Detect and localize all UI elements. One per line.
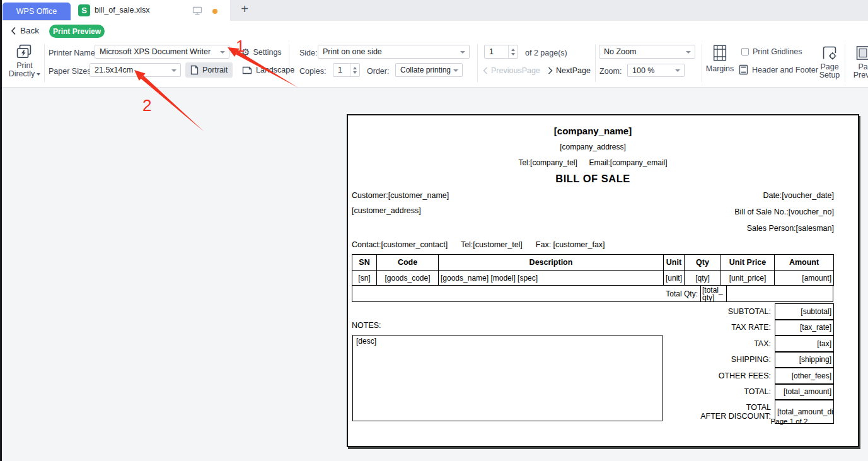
order-select[interactable]: Collate printing bbox=[395, 63, 463, 77]
settings-button[interactable]: ⚙ Settings bbox=[241, 47, 282, 58]
header-footer-icon bbox=[739, 64, 748, 75]
back-label: Back bbox=[20, 26, 39, 35]
print-preview-label: Print Preview bbox=[53, 27, 101, 36]
annotation-number-2: 2 bbox=[142, 96, 151, 115]
portrait-button[interactable]: Portrait bbox=[185, 62, 233, 78]
customer-tel: Tel:[customer_tel] bbox=[461, 240, 523, 249]
subtotal-row: SUBTOTAL: [subtotal] bbox=[566, 303, 834, 320]
app-tab-label: WPS Office bbox=[16, 7, 57, 16]
zoom-label: Zoom: bbox=[599, 67, 622, 76]
printer-name-select[interactable]: Microsoft XPS Document Writer bbox=[95, 45, 229, 59]
totals-section: SUBTOTAL: [subtotal] TAX RATE: [tax_rate… bbox=[566, 303, 834, 424]
page-setup-button[interactable]: Page Setup bbox=[814, 63, 845, 79]
chevron-right-icon bbox=[548, 67, 553, 74]
voucher-number: Bill of Sale No.:[voucher_no] bbox=[352, 207, 834, 216]
new-tab-button[interactable]: + bbox=[238, 2, 252, 16]
landscape-button[interactable]: Landscape bbox=[237, 62, 299, 78]
margins-icon bbox=[712, 44, 727, 62]
side-label: Side: bbox=[299, 49, 318, 57]
spreadsheet-logo-icon: S bbox=[78, 4, 90, 16]
print-directly-icon bbox=[16, 44, 32, 60]
notes-value: [desc] bbox=[356, 337, 376, 346]
back-chevron-icon bbox=[11, 26, 16, 35]
items-table-header-row: SN Code Description Unit Qty Unit Price … bbox=[352, 255, 834, 271]
contact-line: Contact:[customer_contact] Tel:[customer… bbox=[352, 240, 605, 249]
gear-icon: ⚙ bbox=[241, 47, 250, 58]
company-tel: Tel:[company_tel] bbox=[518, 158, 577, 167]
document-tab-title: bill_of_sale.xlsx bbox=[95, 6, 150, 15]
back-button[interactable]: Back bbox=[11, 26, 39, 35]
print-preview-badge[interactable]: Print Preview bbox=[49, 25, 105, 38]
tab-strip-empty-area: + bbox=[230, 0, 868, 21]
stepper-arrows-icon[interactable] bbox=[350, 64, 359, 76]
page-setup-icon bbox=[821, 45, 838, 61]
unsaved-changes-dot bbox=[212, 9, 217, 14]
print-preview-page: [company_name] [company_address] Tel:[co… bbox=[347, 114, 859, 447]
page-preview-icon bbox=[855, 45, 868, 61]
copies-label: Copies: bbox=[299, 67, 326, 76]
total-row: TOTAL: [total_amount] bbox=[566, 384, 834, 400]
notes-label: NOTES: bbox=[352, 321, 381, 330]
paper-sizes-label: Paper Sizes: bbox=[49, 67, 93, 76]
items-table: SN Code Description Unit Qty Unit Price … bbox=[352, 254, 834, 286]
company-name: [company_name] bbox=[352, 125, 834, 136]
customer-fax: Fax: [customer_fax] bbox=[536, 240, 605, 249]
eye-protection-monitor-icon[interactable] bbox=[192, 6, 203, 15]
copies-stepper[interactable]: 1 bbox=[333, 63, 360, 77]
nav-row: Back Print Preview bbox=[0, 21, 868, 39]
company-email: Email:[company_email] bbox=[589, 158, 668, 167]
previous-page-button[interactable]: PreviousPage bbox=[483, 66, 540, 75]
page-preview-button[interactable]: Page Preview bbox=[849, 63, 868, 79]
total-qty-value: [total_qty] bbox=[701, 286, 727, 301]
customer-contact: Contact:[customer_contact] bbox=[352, 240, 448, 249]
zoom-mode-select[interactable]: No Zoom bbox=[599, 45, 695, 59]
landscape-page-icon bbox=[242, 66, 252, 74]
document-title: BILL OF SALE bbox=[352, 173, 834, 185]
items-table-data-row: [sn] [goods_code] [goods_name] [model] [… bbox=[352, 271, 834, 286]
sales-person: Sales Person:[salesman] bbox=[352, 224, 834, 233]
company-address: [company_address] bbox=[352, 143, 834, 151]
tab-document[interactable]: S bill_of_sale.xlsx bbox=[71, 0, 230, 21]
tab-wps-office[interactable]: WPS Office bbox=[3, 3, 71, 20]
tax-row: TAX: [tax] bbox=[566, 336, 834, 352]
shipping-row: SHIPPING: [shipping] bbox=[566, 352, 834, 368]
paper-sizes-select[interactable]: 21.5x14cm bbox=[90, 63, 181, 77]
total-after-discount-row: TOTAL AFTER DISCOUNT: [total_amount_dis] bbox=[566, 400, 834, 424]
window-left-edge bbox=[0, 0, 2, 461]
print-gridlines-toggle[interactable]: Print Gridlines bbox=[741, 47, 802, 56]
zoom-value-select[interactable]: 100 % bbox=[627, 64, 685, 77]
order-label: Order: bbox=[367, 67, 389, 76]
margins-button[interactable]: Margins bbox=[702, 65, 738, 73]
portrait-page-icon bbox=[190, 65, 199, 75]
other-fees-row: OTHER FEES: [other_fees] bbox=[566, 368, 834, 384]
dropdown-caret-icon bbox=[37, 73, 40, 76]
total-qty-label: Total Qty: bbox=[352, 286, 701, 301]
stepper-arrows-icon[interactable] bbox=[508, 45, 518, 58]
voucher-date: Date:[voucher_date] bbox=[352, 191, 834, 200]
print-toolbar: Print Directly Printer Name: Microsoft X… bbox=[0, 39, 868, 88]
printer-name-label: Printer Name: bbox=[49, 49, 97, 57]
chevron-left-icon bbox=[483, 67, 488, 74]
checkbox-icon[interactable] bbox=[741, 48, 749, 55]
total-qty-row: Total Qty: [total_qty] bbox=[352, 286, 833, 302]
tax-rate-row: TAX RATE: [tax_rate] bbox=[566, 320, 834, 336]
tab-strip: WPS Office S bill_of_sale.xlsx + bbox=[0, 0, 868, 21]
page-number-stepper[interactable]: 1 bbox=[484, 45, 518, 59]
next-page-button[interactable]: NextPage bbox=[548, 66, 591, 75]
side-select[interactable]: Print on one side bbox=[318, 45, 470, 59]
page-count-label: of 2 page(s) bbox=[525, 49, 567, 57]
company-contact-line: Tel:[company_tel] Email:[company_email] bbox=[352, 158, 834, 167]
print-directly-button[interactable]: Print Directly bbox=[5, 62, 44, 78]
header-footer-button[interactable]: Header and Footer bbox=[739, 64, 818, 75]
